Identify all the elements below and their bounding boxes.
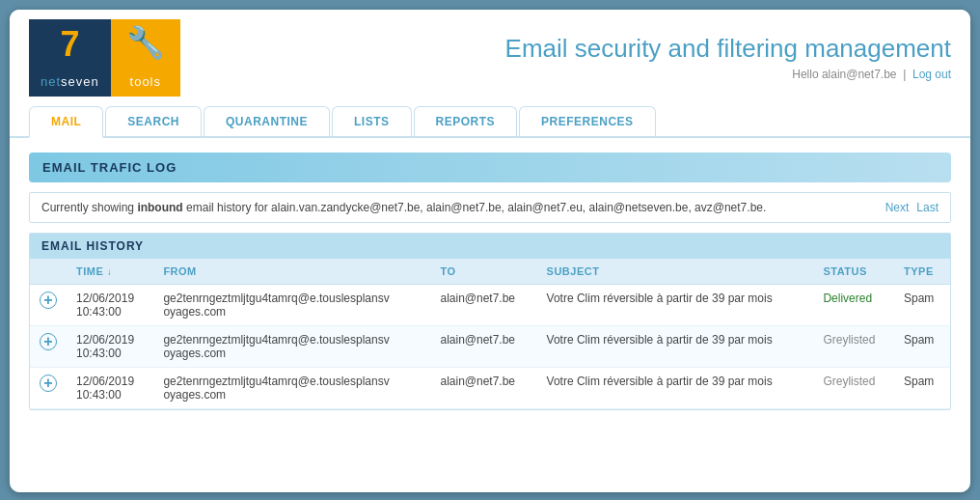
- main-container: 7 netseven 🔧 tools Email security and fi…: [10, 10, 970, 492]
- tab-quarantine[interactable]: QUARANTINE: [204, 106, 330, 136]
- section-header: EMAIL TRAFIC LOG: [29, 153, 951, 182]
- expand-button[interactable]: +: [40, 375, 57, 392]
- expand-button[interactable]: +: [40, 333, 57, 350]
- cell-to: alain@net7.be: [430, 368, 536, 409]
- col-to: TO: [430, 259, 536, 285]
- info-text: Currently showing inbound email history …: [41, 201, 766, 214]
- table-row: +12/06/201910:43:00ge2tenrngeztmljtgu4ta…: [30, 285, 950, 326]
- table-body: +12/06/201910:43:00ge2tenrngeztmljtgu4ta…: [30, 285, 950, 409]
- tab-preferences[interactable]: PREFERENCES: [519, 106, 656, 136]
- cell-status: Greylisted: [813, 368, 894, 409]
- cell-type: Spam: [894, 326, 950, 368]
- col-time[interactable]: TIME ↓: [67, 259, 153, 285]
- pagination-links: Next Last: [885, 201, 939, 214]
- tab-lists[interactable]: LISTS: [332, 106, 412, 136]
- tab-search[interactable]: SEARCH: [105, 106, 202, 136]
- cell-from: ge2tenrngeztmljtgu4tamrq@e.touslesplansv…: [153, 326, 430, 368]
- logo-number: 7: [60, 27, 79, 62]
- cell-status: Greylisted: [813, 326, 894, 368]
- cell-to: alain@net7.be: [430, 326, 536, 368]
- info-bar: Currently showing inbound email history …: [29, 192, 951, 223]
- cell-type: Spam: [894, 285, 950, 326]
- app-title: Email security and filtering management: [505, 34, 951, 64]
- cell-time: 12/06/201910:43:00: [67, 285, 153, 326]
- logo-brand: netseven: [41, 74, 99, 89]
- expand-cell: +: [30, 326, 67, 368]
- logout-link[interactable]: Log out: [912, 68, 951, 81]
- logo-tools: tools: [130, 74, 161, 89]
- nav-bar: MAIL SEARCH QUARANTINE LISTS REPORTS PRE…: [10, 106, 970, 138]
- email-table: TIME ↓ FROM TO SUBJECT STATUS TYPE +12/0…: [30, 259, 950, 409]
- tab-mail[interactable]: MAIL: [29, 106, 103, 138]
- content: EMAIL TRAFIC LOG Currently showing inbou…: [10, 138, 970, 425]
- expand-cell: +: [30, 368, 67, 409]
- header-right: Email security and filtering management …: [505, 19, 951, 81]
- table-section: EMAIL HISTORY TIME ↓ FROM TO SUBJECT STA…: [29, 233, 951, 410]
- col-status: STATUS: [813, 259, 894, 285]
- table-header-bar: EMAIL HISTORY: [30, 234, 950, 259]
- header: 7 netseven 🔧 tools Email security and fi…: [10, 10, 970, 101]
- table-header-row: TIME ↓ FROM TO SUBJECT STATUS TYPE: [30, 259, 950, 285]
- col-expand: [30, 259, 67, 285]
- table-row: +12/06/201910:43:00ge2tenrngeztmljtgu4ta…: [30, 326, 950, 368]
- next-link[interactable]: Next: [885, 201, 910, 214]
- cell-type: Spam: [894, 368, 950, 409]
- last-link[interactable]: Last: [916, 201, 939, 214]
- logo-left: 7 netseven: [29, 19, 111, 97]
- col-type: TYPE: [894, 259, 950, 285]
- sort-icon: ↓: [107, 266, 113, 277]
- logo-right: 🔧 tools: [111, 19, 180, 97]
- user-greeting: Hello alain@net7.be: [792, 68, 896, 81]
- table-row: +12/06/201910:43:00ge2tenrngeztmljtgu4ta…: [30, 368, 950, 409]
- cell-subject: Votre Clim réversible à partir de 39 par…: [537, 326, 814, 368]
- cell-from: ge2tenrngeztmljtgu4tamrq@e.touslesplansv…: [153, 285, 430, 326]
- cell-from: ge2tenrngeztmljtgu4tamrq@e.touslesplansv…: [153, 368, 430, 409]
- tab-reports[interactable]: REPORTS: [414, 106, 518, 136]
- cell-time: 12/06/201910:43:00: [67, 326, 153, 368]
- expand-button[interactable]: +: [40, 292, 57, 309]
- logo: 7 netseven 🔧 tools: [29, 19, 180, 97]
- expand-cell: +: [30, 285, 67, 326]
- cell-time: 12/06/201910:43:00: [67, 368, 153, 409]
- wrench-icon: 🔧: [126, 27, 165, 58]
- user-info: Hello alain@net7.be | Log out: [505, 68, 951, 81]
- cell-subject: Votre Clim réversible à partir de 39 par…: [537, 285, 814, 326]
- cell-subject: Votre Clim réversible à partir de 39 par…: [537, 368, 814, 409]
- direction-highlight: inbound: [137, 201, 182, 214]
- col-subject: SUBJECT: [537, 259, 814, 285]
- col-from: FROM: [153, 259, 430, 285]
- cell-to: alain@net7.be: [430, 285, 536, 326]
- cell-status: Delivered: [813, 285, 894, 326]
